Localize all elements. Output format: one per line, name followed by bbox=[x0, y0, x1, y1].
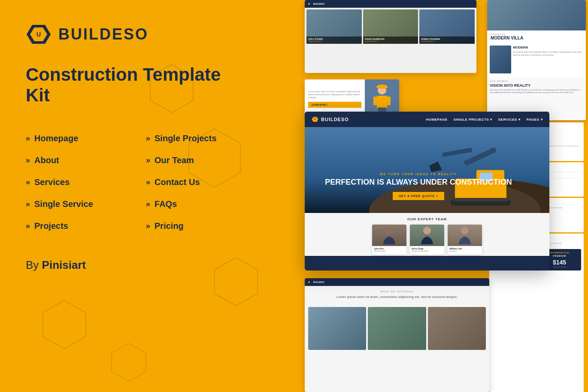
preview-navbar: U BUILDESO HOMEPAGE SINGLE PROJECTS ▾ SE… bbox=[305, 112, 549, 127]
arrow-icon: » bbox=[26, 200, 30, 209]
hero-title: PERFECTION IS ALWAYS UNDER CONSTRUCTION bbox=[313, 178, 524, 187]
team-card-2: Henry Sage Project Construction bbox=[410, 225, 444, 255]
team-card-1: John Doe CEO / Founder bbox=[372, 225, 406, 255]
logo-text: BUILDESO bbox=[58, 25, 149, 43]
nav-label-about: About bbox=[34, 155, 59, 165]
team-photo-1 bbox=[372, 225, 406, 246]
arrow-icon: » bbox=[146, 200, 150, 209]
modern-title: MODERN bbox=[513, 46, 583, 49]
screenshot-pricing-page: BUILDESO WHAT WE OFFERING Lorem ipsum do… bbox=[305, 278, 489, 392]
nav-label-homepage: Homepage bbox=[34, 134, 78, 143]
svg-marker-4 bbox=[112, 343, 146, 381]
learn-more-btn[interactable]: LEARN MORE » bbox=[308, 102, 361, 108]
screenshot-projects-gallery: BUILDESO OSLO STUDIO VIEW PROJECT » FUSC… bbox=[305, 0, 476, 73]
team-member-role-2: Project Construction bbox=[412, 250, 443, 252]
author-prefix: By bbox=[26, 258, 39, 271]
arrow-icon: » bbox=[146, 178, 150, 187]
nav-item-projects[interactable]: » Projects bbox=[26, 215, 146, 237]
team-card-3: William Laid Architect bbox=[448, 225, 482, 255]
svg-point-30 bbox=[385, 227, 393, 234]
nav-item-our-team[interactable]: » Our Team bbox=[146, 149, 266, 171]
buildeso-logo-icon: U bbox=[26, 21, 52, 47]
nav-dot bbox=[308, 281, 310, 283]
preview-nav-items: HOMEPAGE SINGLE PROJECTS ▾ SERVICES ▾ PA… bbox=[426, 118, 543, 122]
team-member-role-1: CEO / Founder bbox=[374, 250, 405, 252]
svg-text:U: U bbox=[36, 31, 41, 38]
arrow-icon: » bbox=[26, 178, 30, 187]
preview-hero: WE TURN YOUR IDEAS TO REALITY PERFECTION… bbox=[305, 127, 549, 213]
left-panel: U BUILDESO Construction Template Kit » H… bbox=[0, 0, 292, 392]
screenshot-modern-villa: PROJECTS MODERN VILLA MODERN Our partner… bbox=[487, 0, 586, 120]
nav-label-our-team: Our Team bbox=[155, 155, 194, 165]
team-section-title: OUR EXPERT TEAM bbox=[309, 217, 545, 221]
hero-subtitle: WE TURN YOUR IDEAS TO REALITY bbox=[313, 173, 524, 176]
preview-logo-text: BUILDESO bbox=[321, 117, 349, 122]
nav-item-contact-us[interactable]: » Contact Us bbox=[146, 171, 266, 193]
nav-label-pricing: Pricing bbox=[155, 221, 184, 231]
nav-col-left: » Homepage » About » Services » Single S… bbox=[26, 128, 146, 237]
people-label: OUR PEOPLE bbox=[490, 80, 583, 82]
preview-nav-single-projects: SINGLE PROJECTS ▾ bbox=[454, 118, 492, 122]
nav-text: BUILDESO bbox=[313, 3, 324, 5]
preview-nav-homepage: HOMEPAGE bbox=[426, 118, 448, 122]
preview-nav-services: SERVICES ▾ bbox=[498, 118, 521, 122]
nav-item-about[interactable]: » About bbox=[26, 149, 146, 171]
right-panel: BUILDESO OSLO STUDIO VIEW PROJECT » FUSC… bbox=[292, 0, 588, 392]
team-photo-3 bbox=[448, 225, 482, 246]
nav-item-pricing[interactable]: » Pricing bbox=[146, 215, 266, 237]
svg-rect-16 bbox=[377, 86, 387, 88]
nav-item-single-service[interactable]: » Single Service bbox=[26, 193, 146, 215]
nav-col-right: » Single Projects » Our Team » Contact U… bbox=[146, 128, 266, 237]
nav-label-single-service: Single Service bbox=[34, 199, 93, 209]
team-photo-2 bbox=[410, 225, 444, 246]
modern-text: Our partnership and expertise allow us t… bbox=[513, 51, 583, 57]
svg-text:U: U bbox=[314, 118, 316, 120]
preview-logo: U BUILDESO bbox=[312, 116, 349, 123]
project-card-oslo: OSLO STUDIO VIEW PROJECT » bbox=[306, 9, 362, 44]
nav-item-single-projects[interactable]: » Single Projects bbox=[146, 128, 266, 149]
projects-grid: OSLO STUDIO VIEW PROJECT » FUSCE PHARETR… bbox=[305, 8, 476, 46]
author-name: Pinisiart bbox=[42, 258, 86, 271]
author-line: By Pinisiart bbox=[26, 258, 266, 272]
modern-villa-title: MODERN VILLA bbox=[491, 36, 582, 40]
svg-rect-12 bbox=[385, 97, 391, 105]
arrow-icon: » bbox=[146, 156, 150, 165]
preview-team-section: OUR EXPERT TEAM John Doe CEO / Founder bbox=[305, 213, 549, 256]
project-card-fusce: FUSCE PHARETRA VIEW PROJECT » bbox=[363, 9, 418, 44]
project-card-donec: DONEC POSUERE VIEW PROJECT » bbox=[419, 9, 475, 44]
hero-text-overlay: WE TURN YOUR IDEAS TO REALITY PERFECTION… bbox=[313, 173, 524, 200]
arrow-icon: » bbox=[146, 222, 150, 231]
nav-item-faqs[interactable]: » FAQs bbox=[146, 193, 266, 215]
arrow-icon: » bbox=[26, 134, 30, 143]
logo-area: U BUILDESO bbox=[26, 21, 266, 47]
main-website-preview: U BUILDESO HOMEPAGE SINGLE PROJECTS ▾ SE… bbox=[305, 112, 549, 270]
hero-cta-button[interactable]: GET A FREE QUOTE » bbox=[393, 192, 444, 200]
arrow-icon: » bbox=[26, 222, 30, 231]
view-btn: VIEW PROJECT » bbox=[308, 40, 360, 43]
view-btn: VIEW PROJECT » bbox=[365, 40, 417, 43]
nav-item-services[interactable]: » Services bbox=[26, 171, 146, 193]
nav-label-contact-us: Contact Us bbox=[155, 177, 200, 187]
vision-text: Each and every member of our staff direc… bbox=[490, 89, 583, 94]
preview-nav-pages: PAGES ▾ bbox=[527, 118, 543, 122]
nav-label-single-projects: Single Projects bbox=[155, 134, 217, 143]
nav-item-homepage[interactable]: » Homepage bbox=[26, 128, 146, 149]
kit-title: Construction Template Kit bbox=[26, 64, 240, 106]
nav-label-services: Services bbox=[34, 177, 70, 187]
nav-label-projects: Projects bbox=[34, 221, 68, 231]
vision-title: VISION INTO REALITY bbox=[490, 83, 583, 88]
team-member-role-3: Architect bbox=[449, 250, 480, 252]
svg-point-32 bbox=[461, 227, 469, 234]
arrow-icon: » bbox=[26, 156, 30, 165]
svg-point-31 bbox=[423, 227, 431, 234]
svg-rect-11 bbox=[373, 97, 379, 105]
nav-label-faqs: FAQs bbox=[155, 199, 177, 209]
svg-marker-2 bbox=[43, 301, 86, 349]
view-btn: VIEW PROJECT » bbox=[421, 40, 473, 43]
nav-grid: » Homepage » About » Services » Single S… bbox=[26, 128, 266, 237]
nav-dot bbox=[308, 3, 310, 5]
team-cards-row: John Doe CEO / Founder Henry Sage Projec… bbox=[309, 225, 545, 255]
arrow-icon: » bbox=[146, 134, 150, 143]
